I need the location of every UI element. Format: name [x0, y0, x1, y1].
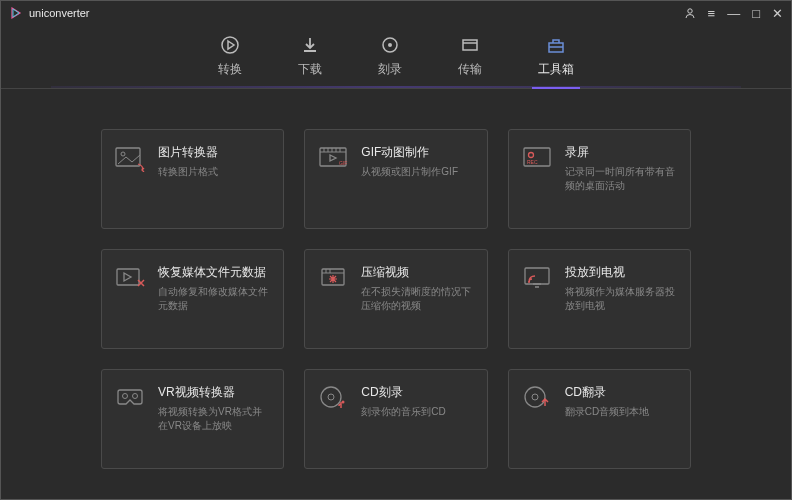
- card-desc: 翻录CD音频到本地: [565, 405, 649, 419]
- fix-metadata-icon: [114, 264, 148, 292]
- card-text: CD翻录 翻录CD音频到本地: [565, 384, 649, 454]
- svg-point-11: [528, 153, 533, 158]
- main-tabs: 转换 下载 刻录 传输 工具箱: [1, 25, 791, 89]
- card-desc: 刻录你的音乐到CD: [361, 405, 445, 419]
- card-title: 恢复媒体文件元数据: [158, 264, 271, 281]
- app-title: uniconverter: [29, 7, 90, 19]
- menu-icon[interactable]: ≡: [708, 6, 716, 21]
- tool-cd-rip[interactable]: CD翻录 翻录CD音频到本地: [508, 369, 691, 469]
- tool-cd-burn[interactable]: CD刻录 刻录你的音乐到CD: [304, 369, 487, 469]
- tab-toolbox[interactable]: 工具箱: [534, 27, 578, 86]
- card-text: CD刻录 刻录你的音乐到CD: [361, 384, 445, 454]
- tool-cast-tv[interactable]: 投放到电视 将视频作为媒体服务器投放到电视: [508, 249, 691, 349]
- svg-point-7: [121, 152, 125, 156]
- svg-point-17: [123, 394, 128, 399]
- card-title: CD刻录: [361, 384, 445, 401]
- app-logo-icon: [9, 6, 23, 20]
- svg-text:REC: REC: [527, 159, 538, 165]
- card-desc: 将视频转换为VR格式并在VR设备上放映: [158, 405, 271, 433]
- screen-record-icon: REC: [521, 144, 555, 172]
- minimize-button[interactable]: —: [727, 6, 740, 21]
- tab-label: 转换: [218, 61, 242, 78]
- tab-label: 工具箱: [538, 61, 574, 78]
- maximize-button[interactable]: □: [752, 6, 760, 21]
- card-title: 图片转换器: [158, 144, 218, 161]
- tool-vr-converter[interactable]: VR视频转换器 将视频转换为VR格式并在VR设备上放映: [101, 369, 284, 469]
- tab-underline-decoration: [51, 86, 741, 88]
- tool-image-converter[interactable]: 图片转换器 转换图片格式: [101, 129, 284, 229]
- svg-point-20: [328, 394, 334, 400]
- svg-point-0: [687, 9, 691, 13]
- card-title: VR视频转换器: [158, 384, 271, 401]
- convert-icon: [220, 35, 240, 55]
- card-text: 恢复媒体文件元数据 自动修复和修改媒体文件元数据: [158, 264, 271, 334]
- tab-burn[interactable]: 刻录: [374, 27, 406, 86]
- svg-point-21: [342, 401, 345, 404]
- vr-converter-icon: [114, 384, 148, 412]
- card-text: 录屏 记录同一时间所有带有音频的桌面活动: [565, 144, 678, 214]
- tab-label: 传输: [458, 61, 482, 78]
- card-title: 投放到电视: [565, 264, 678, 281]
- tab-label: 下载: [298, 61, 322, 78]
- tool-gif-maker[interactable]: GIF GIF动图制作 从视频或图片制作GIF: [304, 129, 487, 229]
- svg-point-23: [532, 394, 538, 400]
- card-text: 压缩视频 在不损失清晰度的情况下压缩你的视频: [361, 264, 474, 334]
- tab-download[interactable]: 下载: [294, 27, 326, 86]
- card-desc: 将视频作为媒体服务器投放到电视: [565, 285, 678, 313]
- app-window: uniconverter ≡ — □ ✕ 转换 下载 刻录 传输: [0, 0, 792, 500]
- card-text: GIF动图制作 从视频或图片制作GIF: [361, 144, 458, 214]
- svg-point-3: [388, 43, 392, 47]
- image-converter-icon: [114, 144, 148, 172]
- svg-point-16: [528, 281, 530, 283]
- tool-screen-record[interactable]: REC 录屏 记录同一时间所有带有音频的桌面活动: [508, 129, 691, 229]
- cd-burn-icon: [317, 384, 351, 412]
- card-desc: 自动修复和修改媒体文件元数据: [158, 285, 271, 313]
- svg-point-1: [222, 37, 238, 53]
- cast-tv-icon: [521, 264, 555, 292]
- card-title: 压缩视频: [361, 264, 474, 281]
- burn-icon: [380, 35, 400, 55]
- gif-maker-icon: GIF: [317, 144, 351, 172]
- svg-text:GIF: GIF: [339, 160, 347, 166]
- toolbox-grid: 图片转换器 转换图片格式 GIF GIF动图制作 从视频或图片制作GIF REC…: [1, 89, 791, 499]
- titlebar: uniconverter ≡ — □ ✕: [1, 1, 791, 25]
- card-text: 图片转换器 转换图片格式: [158, 144, 218, 214]
- cd-rip-icon: [521, 384, 555, 412]
- close-button[interactable]: ✕: [772, 6, 783, 21]
- card-desc: 转换图片格式: [158, 165, 218, 179]
- card-text: VR视频转换器 将视频转换为VR格式并在VR设备上放映: [158, 384, 271, 454]
- svg-rect-13: [117, 269, 139, 285]
- svg-point-19: [321, 387, 341, 407]
- transfer-icon: [460, 35, 480, 55]
- card-desc: 从视频或图片制作GIF: [361, 165, 458, 179]
- svg-rect-4: [463, 40, 477, 50]
- card-desc: 记录同一时间所有带有音频的桌面活动: [565, 165, 678, 193]
- compress-video-icon: [317, 264, 351, 292]
- title-left: uniconverter: [9, 6, 90, 20]
- svg-rect-6: [116, 148, 140, 166]
- card-title: 录屏: [565, 144, 678, 161]
- card-title: CD翻录: [565, 384, 649, 401]
- card-text: 投放到电视 将视频作为媒体服务器投放到电视: [565, 264, 678, 334]
- tool-compress-video[interactable]: 压缩视频 在不损失清晰度的情况下压缩你的视频: [304, 249, 487, 349]
- svg-point-22: [525, 387, 545, 407]
- window-controls: ≡ — □ ✕: [684, 6, 783, 21]
- tab-transfer[interactable]: 传输: [454, 27, 486, 86]
- active-tab-marker: [532, 87, 580, 89]
- download-icon: [300, 35, 320, 55]
- tool-fix-metadata[interactable]: 恢复媒体文件元数据 自动修复和修改媒体文件元数据: [101, 249, 284, 349]
- toolbox-icon: [546, 35, 566, 55]
- tab-convert[interactable]: 转换: [214, 27, 246, 86]
- user-icon[interactable]: [684, 7, 696, 19]
- svg-point-18: [133, 394, 138, 399]
- card-desc: 在不损失清晰度的情况下压缩你的视频: [361, 285, 474, 313]
- tab-label: 刻录: [378, 61, 402, 78]
- card-title: GIF动图制作: [361, 144, 458, 161]
